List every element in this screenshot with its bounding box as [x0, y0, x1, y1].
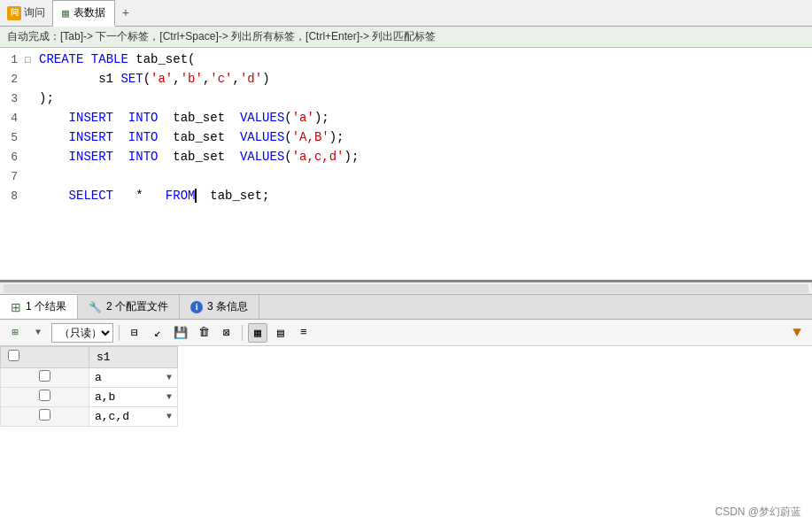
code-line-3: 3 );	[0, 90, 812, 110]
info-tab-label: 3 条信息	[207, 299, 248, 314]
results-tabs: ⊞ 1 个结果 🔧 2 个配置文件 i 3 条信息	[0, 295, 812, 320]
info-icon: i	[190, 301, 203, 313]
toolbar-refresh-btn[interactable]: ⊠	[217, 323, 236, 343]
row-1-value[interactable]: a ▼	[89, 368, 178, 388]
watermark: CSDN @梦幻蔚蓝	[715, 505, 801, 520]
scrollbar-track[interactable]	[4, 284, 808, 293]
code-line-7: 7	[0, 168, 812, 188]
row-2-dropdown-arrow[interactable]: ▼	[166, 392, 172, 402]
line-content-5: INSERT INTO tab_set VALUES('A,B');	[39, 130, 812, 144]
watermark-text: CSDN @梦幻蔚蓝	[715, 506, 801, 518]
results-tab-results[interactable]: ⊞ 1 个结果	[0, 295, 78, 319]
tab-label: 表数据	[73, 5, 105, 20]
row-checkbox-cell-2	[1, 388, 89, 407]
line-num-3: 3	[0, 92, 25, 105]
line-content-1: CREATE TABLE tab_set(	[39, 52, 812, 66]
data-table-wrap[interactable]: s1 a ▼ a,b	[0, 346, 812, 525]
readonly-select[interactable]: （只读）	[51, 323, 113, 343]
line-num-1: 1	[0, 53, 25, 66]
row-1-text: a	[95, 371, 102, 384]
results-tab-config[interactable]: 🔧 2 个配置文件	[78, 295, 180, 319]
table-row: a,c,d ▼	[1, 407, 178, 427]
row-3-value[interactable]: a,c,d ▼	[89, 407, 178, 427]
code-line-8: 8 SELECT * FROM tab_set;	[0, 188, 812, 207]
row-2-text: a,b	[95, 390, 115, 404]
table-row: a,b ▼	[1, 388, 178, 407]
row-3-text: a,c,d	[95, 410, 129, 423]
results-tab-label: 1 个结果	[26, 299, 66, 314]
line-num-6: 6	[0, 151, 25, 164]
results-toolbar: ⊞ ▼ （只读） ⊟ ↙ 💾 🗑 ⊠ ▦ ▤ ≡ ▼	[0, 320, 812, 346]
line-num-4: 4	[0, 112, 25, 125]
logo-tab[interactable]: 问 询问	[0, 0, 53, 26]
line-content-2: s1 SET('a','b','c','d')	[39, 72, 812, 86]
line-num-5: 5	[0, 131, 25, 144]
line-content-6: INSERT INTO tab_set VALUES('a,c,d');	[39, 150, 812, 164]
toolbar-grid-btn[interactable]: ⊞	[5, 323, 25, 343]
table-header-checkbox	[1, 347, 89, 368]
toolbar-dropdown-btn[interactable]: ▼	[28, 323, 48, 343]
toolbar-filter-btn[interactable]: ▼	[787, 323, 807, 343]
data-table: s1 a ▼ a,b	[0, 346, 178, 427]
line-content-3: );	[39, 91, 812, 105]
select-all-checkbox[interactable]	[8, 350, 19, 361]
line-content-8: SELECT * FROM tab_set;	[39, 189, 812, 203]
row-2-checkbox[interactable]	[39, 390, 50, 401]
table-row: a ▼	[1, 368, 178, 388]
row-3-checkbox[interactable]	[39, 409, 50, 421]
top-bar: 问 询问 ▦ 表数据 +	[0, 0, 812, 27]
toolbar-table-view-btn[interactable]: ▦	[248, 323, 267, 343]
toolbar-delete-btn[interactable]: 🗑	[194, 323, 213, 343]
row-2-value[interactable]: a,b ▼	[89, 388, 178, 407]
add-tab-button[interactable]: +	[115, 0, 136, 26]
code-editor[interactable]: 1 □ CREATE TABLE tab_set( 2 s1 SET('a','…	[0, 48, 812, 282]
toolbar-sep-2	[242, 325, 243, 341]
hint-text: 自动完成：[Tab]-> 下一个标签，[Ctrl+Space]-> 列出所有标签…	[7, 30, 436, 42]
code-line-5: 5 INSERT INTO tab_set VALUES('A,B');	[0, 129, 812, 149]
line-content-4: INSERT INTO tab_set VALUES('a');	[39, 111, 812, 125]
code-line-1: 1 □ CREATE TABLE tab_set(	[0, 51, 812, 71]
line-expand-1: □	[25, 55, 39, 66]
hint-bar: 自动完成：[Tab]-> 下一个标签，[Ctrl+Space]-> 列出所有标签…	[0, 27, 812, 48]
code-line-4: 4 INSERT INTO tab_set VALUES('a');	[0, 110, 812, 129]
row-1-dropdown-arrow[interactable]: ▼	[166, 373, 172, 382]
toolbar-save-btn[interactable]: 💾	[171, 323, 190, 343]
logo-icon: 问	[7, 6, 21, 20]
line-num-7: 7	[0, 170, 25, 183]
logo-text: 询问	[24, 5, 45, 20]
code-line-6: 6 INSERT INTO tab_set VALUES('a,c,d');	[0, 149, 812, 168]
row-checkbox-cell-1	[1, 368, 89, 388]
code-line-2: 2 s1 SET('a','b','c','d')	[0, 71, 812, 90]
table-data-tab[interactable]: ▦ 表数据	[53, 0, 115, 27]
grid-icon: ⊞	[11, 300, 21, 314]
toolbar-sep-1	[119, 325, 120, 341]
line-content-7	[39, 169, 812, 183]
row-checkbox-cell-3	[1, 407, 89, 427]
table-col-s1: s1	[89, 347, 178, 368]
results-panel: ⊞ 1 个结果 🔧 2 个配置文件 i 3 条信息 ⊞ ▼ （只读） ⊟ ↙ 💾…	[0, 295, 812, 525]
wrench-icon: 🔧	[89, 301, 102, 313]
table-icon: ▦	[62, 6, 69, 20]
toolbar-text-view-btn[interactable]: ≡	[294, 323, 313, 343]
toolbar-import-btn[interactable]: ↙	[148, 323, 167, 343]
config-tab-label: 2 个配置文件	[106, 299, 168, 314]
row-3-dropdown-arrow[interactable]: ▼	[166, 412, 172, 421]
toolbar-list-view-btn[interactable]: ▤	[271, 323, 290, 343]
toolbar-export-btn[interactable]: ⊟	[125, 323, 144, 343]
results-tab-info[interactable]: i 3 条信息	[180, 295, 259, 319]
line-num-2: 2	[0, 73, 25, 86]
row-1-checkbox[interactable]	[39, 370, 50, 382]
line-num-8: 8	[0, 189, 25, 203]
editor-scrollbar[interactable]	[0, 282, 812, 295]
